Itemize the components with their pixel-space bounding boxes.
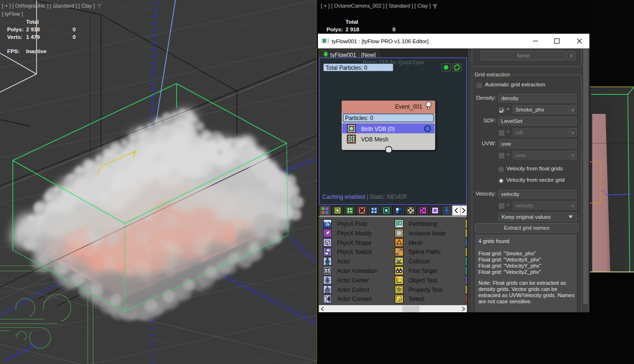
svg-text:Instance Node: Instance Node <box>409 230 446 237</box>
svg-text:Mesh: Mesh <box>409 240 422 246</box>
svg-text:Select: Select <box>409 296 425 302</box>
svg-text:Find Target: Find Target <box>409 268 437 274</box>
svg-text:Event_001: Event_001 <box>395 103 423 110</box>
svg-text:Actor Collect: Actor Collect <box>337 287 370 293</box>
svg-text:Collision: Collision <box>409 258 430 265</box>
svg-text:Pathfinding: Pathfinding <box>409 221 437 227</box>
svg-text:Actor Convert: Actor Convert <box>337 296 372 302</box>
svg-text:PhysX Fluid: PhysX Fluid <box>337 221 367 227</box>
svg-text:PhysX Shape: PhysX Shape <box>337 240 372 246</box>
svg-text:Actor Center: Actor Center <box>337 277 369 284</box>
svg-text:VDB Mesh: VDB Mesh <box>361 136 388 143</box>
svg-text:Particles: 0: Particles: 0 <box>345 115 373 121</box>
svg-text:Birth VDB (0): Birth VDB (0) <box>361 126 395 132</box>
svg-text:Object Test: Object Test <box>409 277 437 284</box>
svg-text:Spline Paths: Spline Paths <box>409 249 440 255</box>
svg-text:Property Test: Property Test <box>409 287 442 293</box>
svg-text:PhysX Switch: PhysX Switch <box>337 249 372 255</box>
svg-text:Actor Animation: Actor Animation <box>337 268 377 274</box>
svg-text:Caching enabled | Static: NEVE: Caching enabled | Static: NEVER <box>322 194 407 200</box>
svg-text:PhysX Modify: PhysX Modify <box>337 230 372 237</box>
svg-text:Actor: Actor <box>337 258 350 265</box>
svg-text:Total Particles: 0: Total Particles: 0 <box>326 65 367 71</box>
